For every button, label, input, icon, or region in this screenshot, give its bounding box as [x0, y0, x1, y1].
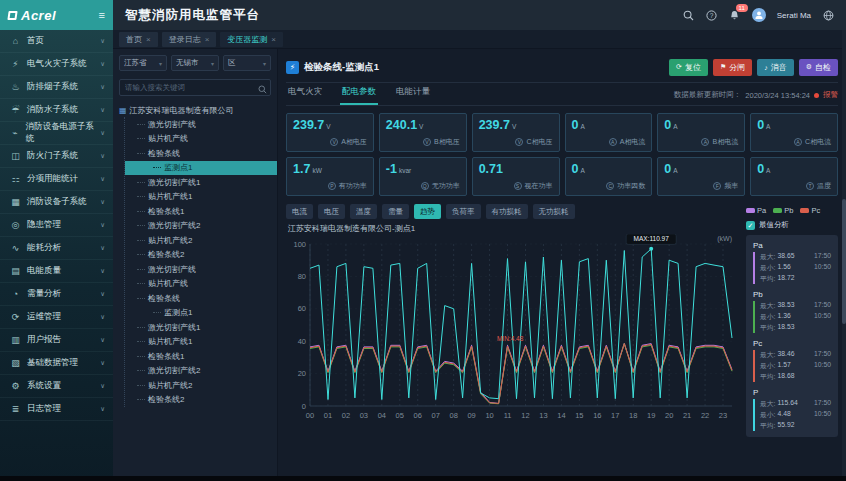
- x-tick-label: 16: [593, 411, 601, 420]
- power-quality-icon: ▤: [10, 266, 21, 276]
- search-icon[interactable]: [683, 9, 695, 21]
- help-icon[interactable]: ?: [706, 9, 718, 21]
- max-analysis-checkbox[interactable]: ✓ 最值分析: [746, 220, 838, 230]
- chart-tab-0[interactable]: 电流: [286, 204, 313, 219]
- stats-group-name: Pa: [753, 241, 831, 250]
- section-tab-1[interactable]: 配电参数: [340, 86, 378, 105]
- section-tab-0[interactable]: 电气火灾: [286, 86, 324, 105]
- sidebar-collapse-icon[interactable]: ≡: [99, 9, 105, 21]
- sidebar-item-7[interactable]: ▦消防设备子系统∨: [0, 191, 113, 214]
- tree-item-9[interactable]: 检验条线2: [125, 248, 271, 263]
- close-icon[interactable]: ×: [146, 35, 151, 44]
- chart-tab-6[interactable]: 有功损耗: [486, 204, 528, 219]
- section-tab-2[interactable]: 电能计量: [394, 86, 432, 105]
- tree-item-15[interactable]: 贴片机产线1: [125, 335, 271, 350]
- trip-button[interactable]: ⚑分闸: [713, 59, 752, 76]
- metric-card-9: 0AC功率因数: [565, 157, 653, 196]
- close-icon[interactable]: ×: [271, 35, 276, 44]
- scrollbar[interactable]: [842, 30, 846, 476]
- search-icon[interactable]: [258, 80, 267, 98]
- scrollbar-thumb[interactable]: [842, 199, 846, 324]
- sidebar-item-16[interactable]: ≣日志管理∨: [0, 398, 113, 421]
- alarm-label[interactable]: 报警: [823, 90, 838, 100]
- sidebar-item-15[interactable]: ⚙系统设置∨: [0, 375, 113, 398]
- tree-item-16[interactable]: 检验条线1: [125, 349, 271, 364]
- x-tick-label: 18: [629, 411, 637, 420]
- stats-row-label: 最小:: [760, 361, 775, 371]
- stats-group-Pa: Pa最大:38.6517:50最小:1.5610:50平均:18.72: [753, 241, 831, 284]
- close-icon[interactable]: ×: [205, 35, 210, 44]
- tab-0[interactable]: 首页×: [119, 32, 158, 47]
- chart-tab-2[interactable]: 温度: [350, 204, 377, 219]
- metric-type-icon: C: [606, 182, 614, 190]
- search-input[interactable]: [119, 79, 271, 96]
- district-select[interactable]: 区▾: [223, 55, 271, 71]
- sidebar-item-12[interactable]: ⟳运维管理∨: [0, 306, 113, 329]
- stats-row-label: 平均:: [760, 372, 775, 382]
- notifications-bell-icon[interactable]: 11: [729, 9, 741, 21]
- legend-item-Pc[interactable]: Pc: [800, 206, 820, 215]
- tree-item-5[interactable]: 贴片机产线1: [125, 190, 271, 205]
- tree-item-8[interactable]: 贴片机产线2: [125, 233, 271, 248]
- sidebar-item-9[interactable]: ∿能耗分析∨: [0, 237, 113, 260]
- device-tree: ▦江苏安科瑞电器制造有限公司激光切割产线贴片机产线检验条线监测点1激光切割产线1…: [119, 103, 271, 407]
- tree-item-18[interactable]: 贴片机产线2: [125, 378, 271, 393]
- tree-item-12[interactable]: 检验条线: [125, 291, 271, 306]
- legend-item-Pa[interactable]: Pa: [746, 206, 766, 215]
- sidebar-item-6[interactable]: ⚏分项用能统计∨: [0, 168, 113, 191]
- username[interactable]: Serati Ma: [777, 11, 811, 20]
- tree-item-10[interactable]: 激光切割产线: [125, 262, 271, 277]
- tree-connector: [137, 399, 145, 400]
- legend-item-Pb[interactable]: Pb: [773, 206, 793, 215]
- tree-item-13[interactable]: 监测点1: [125, 306, 271, 321]
- chart-tab-1[interactable]: 电压: [318, 204, 345, 219]
- window-bottom-edge: [0, 476, 846, 481]
- self-check-button[interactable]: ⚙自检: [799, 59, 838, 76]
- tree-root-company[interactable]: ▦江苏安科瑞电器制造有限公司: [119, 103, 271, 117]
- sidebar-item-14[interactable]: ▧基础数据管理∨: [0, 352, 113, 375]
- tab-1[interactable]: 登录日志×: [162, 32, 217, 47]
- tree-item-17[interactable]: 激光切割产线2: [125, 364, 271, 379]
- tree-item-1[interactable]: 贴片机产线: [125, 132, 271, 147]
- tree-item-11[interactable]: 贴片机产线: [125, 277, 271, 292]
- fire-equipment-icon: ▦: [10, 197, 21, 207]
- sidebar-item-10[interactable]: ▤电能质量∨: [0, 260, 113, 283]
- sidebar-item-2[interactable]: ♨防排烟子系统∨: [0, 76, 113, 99]
- chevron-down-icon: ∨: [100, 359, 105, 367]
- tree-item-4[interactable]: 激光切割产线1: [125, 175, 271, 190]
- avatar[interactable]: [752, 8, 766, 22]
- tree-item-6[interactable]: 检验条线1: [125, 204, 271, 219]
- reset-button[interactable]: ⟳复位: [669, 59, 708, 76]
- stats-row-value: 1.36: [777, 312, 814, 322]
- sidebar-item-11[interactable]: ◔需量分析∨: [0, 283, 113, 306]
- sidebar-item-1[interactable]: ⚡电气火灾子系统∨: [0, 53, 113, 76]
- tree-item-7[interactable]: 激光切割产线2: [125, 219, 271, 234]
- x-tick-label: 11: [504, 411, 512, 420]
- metric-card-8: 0.71S视在功率: [472, 157, 560, 196]
- chart-tab-4[interactable]: 趋势: [414, 204, 441, 219]
- tree-connector: [137, 298, 145, 299]
- sidebar-item-4[interactable]: ⌁消防设备电源子系统∨: [0, 122, 113, 145]
- tree-item-0[interactable]: 激光切割产线: [125, 117, 271, 132]
- chart-tab-5[interactable]: 负荷率: [446, 204, 481, 219]
- tree-item-3[interactable]: 监测点1: [125, 161, 277, 176]
- tree-item-2[interactable]: 检验条线: [125, 146, 271, 161]
- tree-item-14[interactable]: 激光切割产线1: [125, 320, 271, 335]
- tree-item-19[interactable]: 检验条线2: [125, 393, 271, 408]
- tab-2[interactable]: 变压器监测×: [220, 32, 283, 47]
- sidebar-item-13[interactable]: ▥用户报告∨: [0, 329, 113, 352]
- city-select[interactable]: 无锡市▾: [171, 55, 219, 71]
- mute-button[interactable]: ♪消音: [757, 59, 794, 76]
- chart-tab-3[interactable]: 需量: [382, 204, 409, 219]
- sidebar-item-3[interactable]: ☔消防水子系统∨: [0, 99, 113, 122]
- metric-unit: A: [580, 123, 584, 130]
- language-globe-icon[interactable]: [822, 9, 834, 21]
- sidebar-item-8[interactable]: ◎隐患管理∨: [0, 214, 113, 237]
- sidebar-item-5[interactable]: ◫防火门子系统∨: [0, 145, 113, 168]
- x-tick-label: 22: [701, 411, 709, 420]
- sidebar-item-0[interactable]: ⌂首页∨: [0, 30, 113, 53]
- stats-row: 平均:55.92: [760, 421, 831, 431]
- chart-tab-7[interactable]: 无功损耗: [533, 204, 575, 219]
- province-select[interactable]: 江苏省▾: [119, 55, 167, 71]
- chevron-down-icon: ∨: [100, 37, 105, 45]
